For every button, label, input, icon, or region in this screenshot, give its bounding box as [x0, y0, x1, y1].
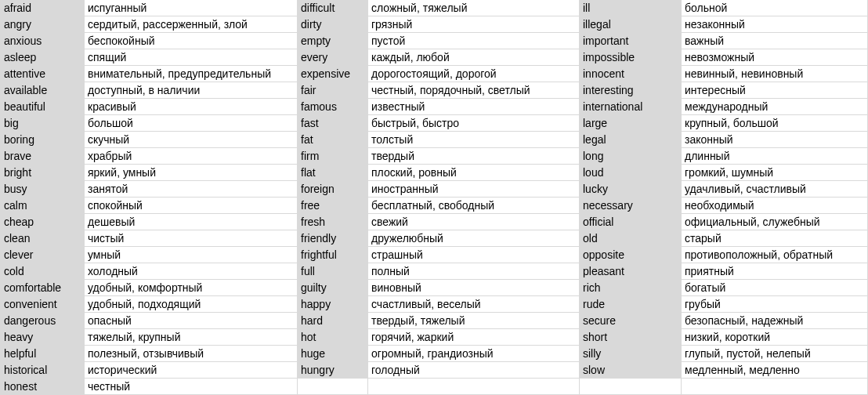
english-cell: brave: [0, 148, 85, 165]
english-cell: innocent: [580, 66, 682, 82]
russian-cell: незаконный: [682, 16, 868, 33]
russian-cell: огромный, грандиозный: [368, 346, 580, 362]
russian-cell: беспокойный: [85, 33, 298, 49]
russian-cell: сложный, тяжелый: [368, 0, 580, 16]
english-cell: flat: [298, 165, 368, 181]
english-cell: cheap: [0, 214, 85, 230]
russian-cell: известный: [368, 99, 580, 115]
russian-cell: невозможный: [682, 49, 868, 66]
english-cell: empty: [298, 33, 368, 49]
english-cell: comfortable: [0, 280, 85, 296]
english-cell: difficult: [298, 0, 368, 16]
english-cell: friendly: [298, 230, 368, 247]
english-cell: calm: [0, 198, 85, 214]
english-cell: free: [298, 198, 368, 214]
english-cell: dirty: [298, 16, 368, 33]
russian-cell: твердый, тяжелый: [368, 313, 580, 329]
russian-cell: иностранный: [368, 181, 580, 198]
russian-cell: приятный: [682, 263, 868, 280]
russian-cell: дружелюбный: [368, 230, 580, 247]
russian-cell: удобный, подходящий: [85, 296, 298, 313]
english-cell: loud: [580, 165, 682, 181]
english-cell: [580, 379, 682, 395]
english-cell: short: [580, 329, 682, 346]
english-cell: clever: [0, 247, 85, 263]
russian-cell: [368, 379, 580, 395]
english-cell: rich: [580, 280, 682, 296]
english-cell: famous: [298, 99, 368, 115]
english-cell: clean: [0, 230, 85, 247]
english-cell: afraid: [0, 0, 85, 16]
russian-cell: честный: [85, 379, 298, 395]
english-cell: lucky: [580, 181, 682, 198]
russian-cell: горячий, жаркий: [368, 329, 580, 346]
english-cell: international: [580, 99, 682, 115]
russian-cell: свежий: [368, 214, 580, 230]
russian-cell: глупый, пустой, нелепый: [682, 346, 868, 362]
english-cell: anxious: [0, 33, 85, 49]
english-cell: happy: [298, 296, 368, 313]
english-cell: [298, 379, 368, 395]
russian-cell: невинный, невиновный: [682, 66, 868, 82]
russian-cell: громкий, шумный: [682, 165, 868, 181]
english-cell: available: [0, 82, 85, 99]
russian-cell: исторический: [85, 362, 298, 379]
russian-cell: удачливый, счастливый: [682, 181, 868, 198]
russian-cell: интересный: [682, 82, 868, 99]
english-cell: silly: [580, 346, 682, 362]
russian-cell: дорогостоящий, дорогой: [368, 66, 580, 82]
english-cell: old: [580, 230, 682, 247]
english-cell: angry: [0, 16, 85, 33]
english-cell: honest: [0, 379, 85, 395]
russian-cell: необходимый: [682, 198, 868, 214]
russian-cell: [682, 379, 868, 395]
russian-cell: яркий, умный: [85, 165, 298, 181]
russian-cell: спокойный: [85, 198, 298, 214]
russian-cell: чистый: [85, 230, 298, 247]
russian-cell: твердый: [368, 148, 580, 165]
english-cell: huge: [298, 346, 368, 362]
russian-cell: плоский, ровный: [368, 165, 580, 181]
russian-cell: больной: [682, 0, 868, 16]
russian-cell: толстый: [368, 132, 580, 148]
english-cell: fresh: [298, 214, 368, 230]
english-cell: firm: [298, 148, 368, 165]
russian-cell: грубый: [682, 296, 868, 313]
english-cell: cold: [0, 263, 85, 280]
english-cell: historical: [0, 362, 85, 379]
english-cell: fat: [298, 132, 368, 148]
russian-cell: спящий: [85, 49, 298, 66]
english-cell: pleasant: [580, 263, 682, 280]
english-cell: heavy: [0, 329, 85, 346]
russian-cell: сердитый, рассерженный, злой: [85, 16, 298, 33]
english-cell: foreign: [298, 181, 368, 198]
english-cell: every: [298, 49, 368, 66]
russian-cell: богатый: [682, 280, 868, 296]
vocabulary-grid: afraidиспуганныйdifficultсложный, тяжелы…: [0, 0, 868, 395]
english-cell: large: [580, 115, 682, 132]
russian-cell: дешевый: [85, 214, 298, 230]
russian-cell: полезный, отзывчивый: [85, 346, 298, 362]
russian-cell: важный: [682, 33, 868, 49]
russian-cell: пустой: [368, 33, 580, 49]
russian-cell: низкий, короткий: [682, 329, 868, 346]
english-cell: full: [298, 263, 368, 280]
english-cell: slow: [580, 362, 682, 379]
english-cell: fast: [298, 115, 368, 132]
russian-cell: противоположный, обратный: [682, 247, 868, 263]
english-cell: secure: [580, 313, 682, 329]
russian-cell: скучный: [85, 132, 298, 148]
english-cell: fair: [298, 82, 368, 99]
english-cell: boring: [0, 132, 85, 148]
english-cell: long: [580, 148, 682, 165]
russian-cell: длинный: [682, 148, 868, 165]
english-cell: expensive: [298, 66, 368, 82]
russian-cell: испуганный: [85, 0, 298, 16]
russian-cell: полный: [368, 263, 580, 280]
russian-cell: международный: [682, 99, 868, 115]
russian-cell: опасный: [85, 313, 298, 329]
russian-cell: красивый: [85, 99, 298, 115]
russian-cell: храбрый: [85, 148, 298, 165]
russian-cell: старый: [682, 230, 868, 247]
russian-cell: холодный: [85, 263, 298, 280]
